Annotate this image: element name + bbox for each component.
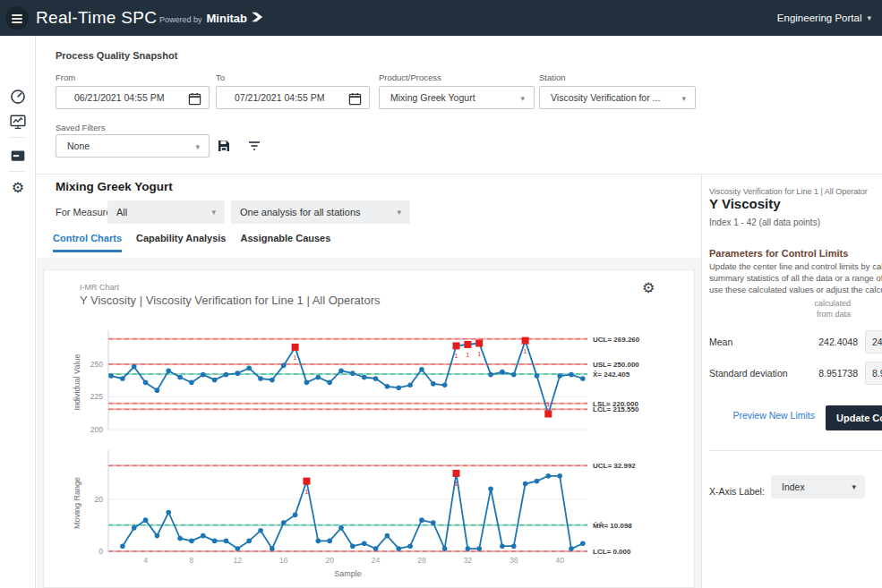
- menu-icon[interactable]: [5, 6, 29, 30]
- svg-text:UCL= 269.260: UCL= 269.260: [593, 336, 640, 344]
- svg-text:8: 8: [190, 556, 194, 565]
- section-heading: Process Quality Snapshot: [56, 50, 177, 61]
- svg-text:24: 24: [372, 556, 381, 565]
- svg-text:LCL= 215.550: LCL= 215.550: [593, 405, 639, 413]
- svg-text:36: 36: [510, 556, 518, 565]
- to-date-field[interactable]: [216, 86, 370, 109]
- analysis-mode-dropdown[interactable]: One analysis for all stations ▾: [231, 200, 410, 224]
- calendar-icon[interactable]: [188, 91, 201, 113]
- sidebar-item-dashboard[interactable]: [10, 89, 26, 105]
- panel-title: Y Viscosity: [709, 196, 781, 211]
- svg-text:250: 250: [90, 360, 103, 369]
- powered-by-text: Powered by: [159, 15, 202, 24]
- analysis-mode-value: One analysis for all stations: [231, 200, 410, 224]
- chevron-down-icon: ▾: [211, 200, 216, 224]
- saved-filters-dropdown[interactable]: None ▾: [56, 134, 210, 158]
- details-panel: Viscosity Verification for Line 1 | All …: [701, 175, 882, 588]
- svg-text:20: 20: [325, 556, 334, 565]
- stdev-input[interactable]: 8.951738: [865, 362, 882, 385]
- svg-text:4: 4: [143, 556, 148, 565]
- sidebar-divider: [9, 137, 25, 138]
- calendar-icon[interactable]: [348, 91, 362, 113]
- imr-chart-card: I-MR Chart Y Viscosity | Viscosity Verif…: [43, 269, 695, 588]
- sidebar-item-settings[interactable]: ⚙: [10, 180, 26, 196]
- filter-icon: [247, 141, 261, 156]
- station-label: Station: [539, 72, 566, 82]
- panel-subtitle: Viscosity Verification for Line 1 | All …: [709, 187, 882, 196]
- parameters-description: use these calculated values or adjust th…: [709, 285, 882, 294]
- update-control-limits-button[interactable]: Update Control Limits: [826, 405, 882, 430]
- preview-new-limits-link[interactable]: Preview New Limits: [732, 410, 815, 421]
- save-filter-button[interactable]: [217, 139, 232, 154]
- product-dropdown[interactable]: Mixing Greek Yogurt ▾: [379, 86, 535, 109]
- measure-label: For Measure:: [56, 200, 114, 224]
- stdev-calculated-value: 8.951738: [818, 368, 858, 379]
- calculated-column-header: calculated from data: [814, 298, 851, 320]
- brand-name: Minitab: [207, 12, 248, 25]
- index-note: Index 1 - 42 (all data points): [709, 217, 820, 227]
- app-title: Real-Time SPC: [36, 0, 157, 36]
- svg-text:16: 16: [279, 556, 288, 565]
- svg-text:1: 1: [546, 401, 550, 407]
- mean-calculated-value: 242.4048: [818, 337, 858, 347]
- monitor-chart-icon: [10, 117, 26, 132]
- parameters-description: Update the center line and control limit…: [709, 261, 882, 271]
- sidebar-divider: [9, 171, 25, 172]
- svg-text:12: 12: [234, 556, 243, 565]
- speedometer-icon: [10, 92, 26, 107]
- chart-settings-gear-icon[interactable]: ⚙: [642, 279, 655, 296]
- stdev-label: Standard deviation: [709, 368, 788, 379]
- mean-input[interactable]: 242.4048: [865, 330, 882, 354]
- svg-text:1: 1: [455, 481, 458, 487]
- svg-text:1: 1: [477, 351, 481, 357]
- chart-title: Y Viscosity | Viscosity Verification for…: [80, 294, 381, 307]
- from-date-field[interactable]: [56, 86, 210, 109]
- gear-icon: ⚙: [12, 180, 24, 195]
- xaxis-dropdown[interactable]: Index ▾: [771, 475, 865, 499]
- xaxis-value: Index: [771, 481, 805, 492]
- filter-button[interactable]: [247, 139, 262, 154]
- chevron-down-icon: ▾: [867, 13, 871, 22]
- to-label: To: [216, 72, 225, 82]
- station-dropdown[interactable]: Viscosity Verification for ... ▾: [539, 86, 696, 109]
- panel-divider: [709, 450, 882, 451]
- svg-text:Sample: Sample: [334, 569, 362, 578]
- product-value: Mixing Greek Yogurt: [380, 87, 534, 108]
- saved-filters-value: None: [56, 135, 209, 157]
- app-window: Real-Time SPC Powered by Minitab Enginee…: [0, 0, 882, 588]
- sidebar-item-archive[interactable]: [10, 148, 26, 164]
- svg-text:LCL= 0.000: LCL= 0.000: [593, 548, 631, 556]
- svg-text:0: 0: [98, 547, 103, 556]
- tab-assignable-causes[interactable]: Assignable Causes: [240, 233, 330, 252]
- app-header: Real-Time SPC Powered by Minitab Enginee…: [0, 0, 882, 36]
- saved-filters-label: Saved Filters: [56, 123, 105, 132]
- tab-bar: Control Charts Capability Analysis Assig…: [53, 233, 330, 252]
- portal-selector[interactable]: Engineering Portal ▾: [777, 0, 871, 36]
- svg-text:X̄= 242.405: X̄= 242.405: [593, 371, 630, 379]
- measure-dropdown[interactable]: All ▾: [107, 200, 225, 224]
- minitab-logo-icon: [252, 10, 264, 26]
- powered-by: Powered by Minitab: [159, 0, 264, 36]
- chevron-down-icon: ▾: [681, 87, 686, 110]
- svg-text:200: 200: [90, 425, 103, 434]
- svg-text:28: 28: [417, 556, 426, 565]
- individual-value-chart[interactable]: 200225250UCL= 269.260USL= 250.000X̄= 242…: [69, 324, 689, 440]
- to-date-input[interactable]: [217, 87, 333, 108]
- parameters-description: summary statistics of all the data or a …: [709, 273, 882, 283]
- station-value: Viscosity Verification for ...: [540, 87, 695, 108]
- svg-text:Moving Range: Moving Range: [73, 477, 81, 529]
- chevron-down-icon: ▾: [397, 200, 401, 224]
- mean-label: Mean: [709, 337, 732, 347]
- chevron-down-icon: ▾: [520, 87, 525, 110]
- from-date-input[interactable]: [56, 87, 173, 108]
- tab-capability-analysis[interactable]: Capability Analysis: [136, 233, 226, 252]
- parameters-heading: Parameters for Control Limits: [709, 248, 848, 259]
- save-icon: [217, 141, 231, 156]
- svg-text:M̄R̄= 10.098: M̄R̄= 10.098: [593, 522, 632, 530]
- moving-range-chart[interactable]: 020UCL= 32.992M̄R̄= 10.098LCL= 0.0001148…: [69, 442, 689, 587]
- svg-text:32: 32: [464, 556, 473, 565]
- svg-text:225: 225: [90, 392, 103, 401]
- sidebar-item-reports[interactable]: [10, 114, 26, 130]
- svg-text:1: 1: [455, 353, 458, 359]
- tab-control-charts[interactable]: Control Charts: [53, 233, 122, 252]
